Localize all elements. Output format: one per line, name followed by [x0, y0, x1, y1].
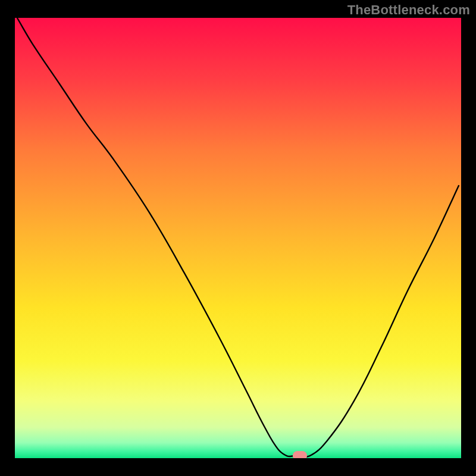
chart-frame: TheBottleneck.com — [0, 0, 476, 476]
watermark-text: TheBottleneck.com — [347, 2, 470, 18]
optimum-marker — [293, 451, 307, 458]
bottleneck-curve — [15, 18, 461, 458]
chart-plot-area — [15, 18, 461, 458]
